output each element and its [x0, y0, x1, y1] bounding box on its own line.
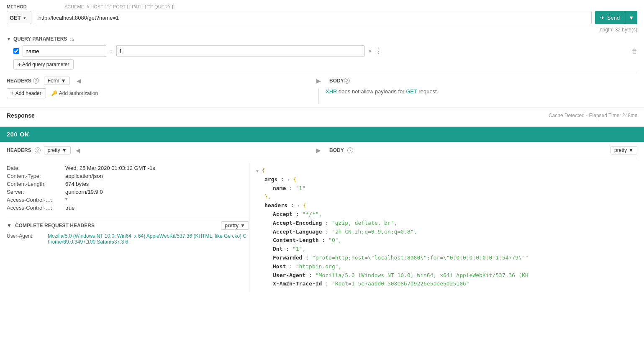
json-line-dnt: Dnt : "1", [256, 245, 637, 254]
json-collapse-0[interactable]: ▼ [256, 169, 259, 173]
json-key-host: Host [273, 263, 286, 270]
resp-body-tab: BODY ? pretty ▼ [323, 146, 637, 154]
param-name-input[interactable] [23, 45, 106, 57]
param-checkbox[interactable] [13, 48, 19, 54]
form-dropdown[interactable]: Form ▼ [44, 77, 70, 85]
cache-info: Cache Detected - Elapsed Time: 248ms [549, 113, 637, 118]
json-val-forwarded: "proto=http;host=\"localhost:8080\";for=… [312, 254, 529, 261]
json-val-host: "httpbin.org", [296, 263, 342, 270]
user-agent-row: User-Agent: Mozilla/5.0 (Windows NT 10.0… [7, 233, 249, 245]
body-label: BODY [329, 78, 344, 84]
resp-headers-pretty-label: pretty [48, 147, 60, 153]
json-key-headers: headers [264, 202, 287, 208]
json-collapse-args[interactable]: ▾ [287, 177, 290, 182]
query-params-list: = × ⋮ 🗑 [7, 45, 637, 57]
headers-help-icon[interactable]: ? [33, 78, 39, 84]
json-val-accept-lang: "zh-CN,zh;q=0.9,en;q=0.8", [332, 229, 417, 235]
param-clear-button[interactable]: × [368, 48, 372, 54]
method-select[interactable]: GET ▼ [7, 11, 31, 24]
query-params-header[interactable]: ▼ QUERY PARAMETERS ↕₂ [7, 36, 637, 42]
add-header-button[interactable]: + Add header [7, 88, 46, 98]
headers-body-content: + Add header 🔑 Add authorization XHR doe… [7, 88, 637, 103]
json-colon-headers: : [291, 202, 298, 208]
json-line-headers: headers : ▾ { [256, 201, 637, 210]
body-json: ▼ { args : ▾ { name : "1" }, [256, 163, 637, 292]
param-more-button[interactable]: ⋮ [375, 47, 382, 55]
json-colon-trace: : [325, 280, 332, 287]
query-params-label: QUERY PARAMETERS [13, 36, 67, 42]
resp-header-date-val: Wed, 25 Mar 2020 01:03:12 GMT -1s [65, 165, 155, 171]
json-colon-name: : [289, 185, 296, 191]
json-colon-args: : [281, 176, 287, 182]
json-key-ua: User-Agent [273, 272, 305, 278]
method-dropdown-arrow: ▼ [23, 15, 27, 20]
json-brace-args-close: }, [264, 193, 271, 200]
json-val-trace: "Root=1-5e7aadd0-508e867d9226e5aee502510… [332, 280, 470, 287]
two-panel: Date: Wed, 25 Mar 2020 01:03:12 GMT -1s … [7, 163, 637, 292]
method-url-row: GET ▼ ✈ Send ▼ [7, 11, 637, 24]
json-key-forwarded: Forwarded [273, 254, 302, 261]
resp-body-pretty-arrow: ▼ [629, 147, 634, 153]
send-label: Send [607, 15, 620, 21]
length-info: length: 32 byte(s) [7, 27, 637, 33]
add-authorization-button[interactable]: 🔑 Add authorization [51, 90, 98, 96]
json-colon-dnt: : [286, 246, 292, 252]
json-brace-headers: { [303, 202, 306, 208]
send-button[interactable]: ✈ Send ▼ [595, 11, 637, 24]
nav-left-arrow[interactable]: ◀ [75, 77, 83, 84]
url-input[interactable] [35, 11, 592, 24]
ua-value: Mozilla/5.0 (Windows NT 10.0; Win64; x 6… [48, 233, 246, 245]
body-message-mid: does not allow payloads for [339, 88, 406, 95]
resp-body-pretty-wrapper: pretty ▼ [611, 146, 637, 154]
lock-icon: 🔑 [51, 90, 57, 96]
add-param-label: + Add query parameter [18, 62, 69, 67]
ua-key: User-Agent: [7, 233, 44, 245]
resp-header-server: Server: gunicorn/19.9.0 [7, 189, 249, 195]
resp-headers-help-icon[interactable]: ? [35, 147, 41, 153]
body-message-area: XHR does not allow payloads for GET requ… [319, 88, 637, 103]
query-params-collapse-arrow: ▼ [7, 37, 11, 41]
complete-headers-label: COMPLETE REQUEST HEADERS [15, 223, 95, 229]
complete-headers-pretty-dropdown[interactable]: pretty ▼ [221, 221, 249, 230]
nav-right-arrow[interactable]: ▶ [315, 77, 323, 84]
add-query-param-button[interactable]: + Add query parameter [13, 59, 74, 69]
resp-body-panel: ▼ { args : ▾ { name : "1" }, [249, 163, 637, 292]
body-message-end: request. [418, 88, 438, 95]
json-colon-host: : [289, 263, 296, 270]
json-colon-ua: : [309, 272, 316, 278]
resp-body-label: BODY [329, 147, 344, 153]
json-collapse-headers[interactable]: ▾ [297, 203, 300, 208]
status-banner: 200 OK [0, 127, 644, 142]
resp-body-pretty-dropdown[interactable]: pretty ▼ [611, 146, 637, 154]
json-line-accept-lang: Accept-Language : "zh-CN,zh;q=0.9,en;q=0… [256, 228, 637, 236]
json-line-forwarded: Forwarded : "proto=http;host=\"localhost… [256, 254, 637, 262]
resp-header-cl-val: 674 bytes [65, 181, 89, 187]
param-delete-button[interactable]: 🗑 [631, 48, 637, 54]
request-section: METHOD SCHEME :// HOST [ ":" PORT ] [ PA… [0, 0, 644, 108]
resp-header-access2: Access-Control-…: true [7, 205, 249, 211]
ua-scroll-area[interactable]: Mozilla/5.0 (Windows NT 10.0; Win64; x 6… [48, 233, 249, 245]
resp-body-help-icon[interactable]: ? [347, 147, 353, 153]
resp-nav-right-arrow[interactable]: ▶ [315, 147, 323, 154]
add-auth-label: Add authorization [59, 90, 98, 96]
complete-headers-pretty-label: pretty [225, 223, 239, 229]
json-brace-open: { [262, 167, 265, 174]
headers-label: HEADERS [7, 78, 31, 84]
json-line-ua: User-Agent : "Mozilla/5.0 (Windows NT 10… [256, 271, 637, 280]
json-line-accept: Accept : "*/*", [256, 210, 637, 219]
headers-body-row: HEADERS ? Form ▼ ◀ ▶ BODY ? [7, 73, 637, 88]
resp-header-cl-key: Content-Length: [7, 181, 65, 187]
complete-headers-section: ▼ COMPLETE REQUEST HEADERS pretty ▼ User… [7, 218, 249, 245]
json-line-0: ▼ { [256, 167, 637, 175]
resp-header-srv-key: Server: [7, 189, 65, 195]
param-value-input[interactable] [116, 45, 365, 57]
json-line-content-len: Content-Length : "0", [256, 236, 637, 245]
form-label: Form [48, 78, 59, 84]
complete-headers-title[interactable]: ▼ COMPLETE REQUEST HEADERS pretty ▼ [7, 221, 249, 230]
send-dropdown-arrow[interactable]: ▼ [625, 11, 637, 24]
body-help-icon[interactable]: ? [344, 78, 350, 84]
resp-nav-left-arrow[interactable]: ◀ [74, 147, 82, 154]
json-colon-content-len: : [322, 237, 328, 243]
resp-headers-pretty-dropdown[interactable]: pretty ▼ [44, 146, 71, 154]
resp-headers-label: HEADERS [7, 147, 31, 153]
